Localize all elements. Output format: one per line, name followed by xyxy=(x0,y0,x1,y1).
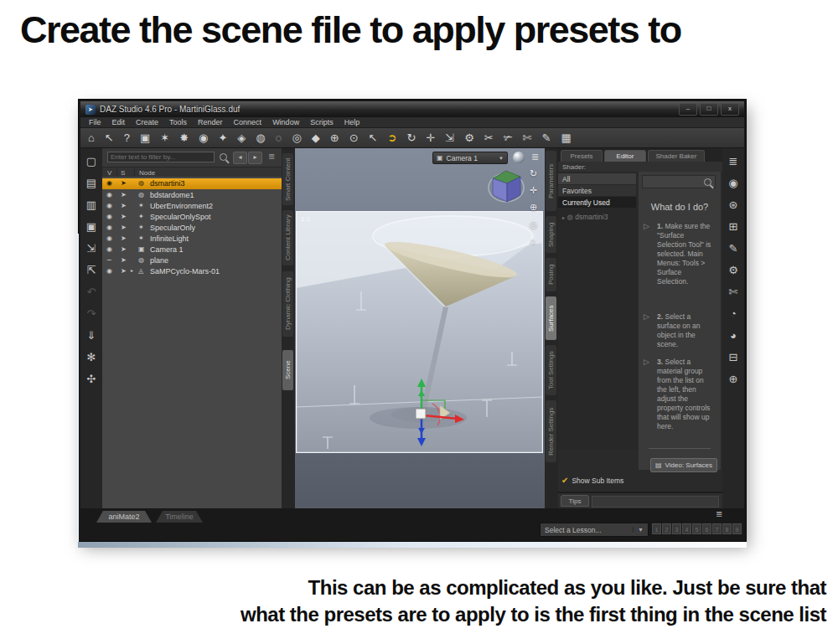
lesson-number-button[interactable]: 1 xyxy=(652,523,661,534)
toolbar-icon[interactable]: ◉ xyxy=(199,131,208,144)
eye-icon[interactable]: ∼ xyxy=(106,256,112,264)
viewport-pane-menu-icon[interactable]: ≣ xyxy=(531,152,539,162)
tab-tool-settings[interactable]: Tool Settings xyxy=(545,344,557,396)
tab-tips[interactable]: Tips xyxy=(561,495,589,507)
list-item-favorites[interactable]: Favorites xyxy=(558,185,636,196)
toolbar-icon[interactable]: ✎ xyxy=(542,131,551,144)
right-strip-icon[interactable]: ⊕ xyxy=(729,373,738,385)
menu-item[interactable]: Edit xyxy=(112,118,126,126)
left-strip-icon[interactable]: ▣ xyxy=(86,220,96,233)
viewport-nav-icon[interactable]: ⌂ xyxy=(530,235,538,245)
toolbar-icon[interactable]: ↖ xyxy=(105,131,114,144)
list-item-all[interactable]: All xyxy=(558,173,636,184)
lesson-number-button[interactable]: 5 xyxy=(692,523,701,534)
viewport-nav-icon[interactable]: ◎ xyxy=(530,219,538,229)
viewport-nav-icon[interactable]: ✛ xyxy=(530,185,538,196)
drawstyle-sphere-icon[interactable] xyxy=(513,152,525,163)
lesson-number-button[interactable]: 9 xyxy=(732,523,742,534)
property-search[interactable] xyxy=(642,175,716,188)
table-row[interactable]: ◉➤✶SpecularOnly xyxy=(102,223,282,234)
eye-icon[interactable]: ◉ xyxy=(106,179,112,187)
tab-smart-content[interactable]: Smart Content xyxy=(282,152,294,206)
left-strip-icon[interactable]: ↶ xyxy=(87,286,96,298)
list-item-currently-used[interactable]: Currently Used xyxy=(558,197,636,208)
chevron-down-icon[interactable]: ▼ xyxy=(499,156,504,161)
table-row[interactable]: ◉➤▸◬SaMPCyclo-Mars-01 xyxy=(102,266,282,277)
tab-dynamic-clothing[interactable]: Dynamic Clothing xyxy=(282,270,294,337)
menu-item[interactable]: Connect xyxy=(234,118,262,126)
lesson-number-button[interactable]: 8 xyxy=(722,523,732,534)
menu-item[interactable]: Tools xyxy=(169,118,187,126)
tab-animate2[interactable]: aniMate2 xyxy=(96,511,152,523)
menu-item[interactable]: Scripts xyxy=(310,118,334,126)
maximize-button[interactable]: □ xyxy=(700,103,718,116)
viewport-nav-icon[interactable]: ↻ xyxy=(530,168,538,179)
toolbar-icon[interactable]: ◆ xyxy=(312,131,320,144)
lesson-menu-icon[interactable]: ≣ xyxy=(716,509,722,518)
table-row[interactable]: ◉➤✦SpecularOnlySpot xyxy=(102,212,282,223)
tab-scene[interactable]: Scene xyxy=(282,349,294,391)
left-strip-icon[interactable]: ▥ xyxy=(86,198,96,211)
left-strip-icon[interactable]: ▢ xyxy=(86,155,96,167)
right-strip-icon[interactable]: ✎ xyxy=(729,242,738,255)
tree-item-dsmartini3[interactable]: ▸ ◍ dsmartini3 xyxy=(558,211,636,222)
eye-icon[interactable]: ◉ xyxy=(106,191,112,198)
tab-editor[interactable]: Editor xyxy=(604,150,646,162)
toolbar-icon[interactable]: ⌂ xyxy=(88,131,95,144)
eye-icon[interactable]: ◉ xyxy=(106,202,112,209)
menu-item[interactable]: Window xyxy=(272,118,299,126)
tab-render-settings[interactable]: Render Settings xyxy=(545,399,557,463)
tab-posing[interactable]: Posing xyxy=(545,257,557,292)
tab-shader-baker[interactable]: Shader Baker xyxy=(648,150,705,162)
cursor-icon[interactable]: ➤ xyxy=(121,202,127,209)
table-row[interactable]: ∼➤◍plane xyxy=(102,255,282,266)
left-strip-icon[interactable]: ⇱ xyxy=(87,264,96,276)
close-button[interactable]: x xyxy=(721,103,739,116)
filter-forward-button[interactable]: ▸ xyxy=(248,152,262,164)
right-strip-icon[interactable]: ◔ xyxy=(730,307,737,320)
right-strip-icon[interactable]: ⊟ xyxy=(729,351,738,363)
table-row[interactable]: ◉➤◍bdstardome1 xyxy=(102,190,282,201)
right-strip-icon[interactable]: ⚙ xyxy=(728,264,738,276)
expander-icon[interactable]: ▸ xyxy=(562,215,565,220)
lesson-number-button[interactable]: 7 xyxy=(712,523,722,534)
cursor-icon[interactable]: ➤ xyxy=(121,245,127,253)
cursor-icon[interactable]: ➤ xyxy=(121,256,127,264)
toolbar-icon[interactable]: ? xyxy=(124,131,130,144)
show-sub-items-checkbox[interactable]: ✔ Show Sub Items xyxy=(561,476,623,485)
menu-item[interactable]: Render xyxy=(198,118,223,126)
left-strip-icon[interactable]: ↷ xyxy=(87,307,96,320)
toolbar-icon[interactable]: ✶ xyxy=(160,131,169,144)
chevron-down-icon[interactable]: ▼ xyxy=(633,527,644,533)
eye-icon[interactable]: ◉ xyxy=(106,234,112,242)
table-row[interactable]: ◉➤▣Camera 1 xyxy=(102,245,282,255)
right-strip-icon[interactable]: ⊞ xyxy=(729,220,738,233)
tab-content-library[interactable]: Content Library xyxy=(282,209,294,266)
toolbar-icon[interactable]: ↻ xyxy=(406,131,416,144)
filter-back-button[interactable]: ◂ xyxy=(233,152,247,164)
toolbar-icon[interactable]: ◍ xyxy=(256,131,265,144)
left-strip-icon[interactable]: ✣ xyxy=(87,373,96,385)
toolbar-icon[interactable]: ▦ xyxy=(561,131,571,144)
toolbar-icon[interactable]: ◎ xyxy=(292,131,301,144)
tab-timeline[interactable]: Timeline xyxy=(156,511,203,523)
left-strip-icon[interactable]: ✻ xyxy=(87,351,96,363)
toolbar-icon[interactable]: ✛ xyxy=(426,131,435,144)
video-surfaces-button[interactable]: ▤ Video: Surfaces xyxy=(650,458,717,472)
right-strip-icon[interactable]: ≣ xyxy=(729,155,738,167)
toolbar-icon[interactable]: ✃ xyxy=(504,131,513,144)
tab-presets[interactable]: Presets xyxy=(561,150,603,162)
toolbar-icon[interactable]: ◈ xyxy=(237,131,246,144)
scene-filter-input[interactable] xyxy=(107,152,215,162)
right-strip-icon[interactable]: ✄ xyxy=(729,286,738,298)
toolbar-icon[interactable]: ✂ xyxy=(484,131,494,144)
viewport-nav-icon[interactable]: ⊕ xyxy=(530,202,538,213)
window-titlebar[interactable]: ➤ DAZ Studio 4.6 Pro - MartiniGlass.duf … xyxy=(80,101,744,117)
cursor-icon[interactable]: ➤ xyxy=(121,224,127,231)
toolbar-icon[interactable]: ⊕ xyxy=(330,131,339,144)
tab-parameters[interactable]: Parameters xyxy=(545,150,557,212)
toolbar-icon[interactable]: ⇲ xyxy=(445,131,454,144)
lesson-number-button[interactable]: 4 xyxy=(682,523,691,534)
cursor-icon[interactable]: ➤ xyxy=(121,191,127,198)
table-row[interactable]: ◉➤✶InfiniteLight xyxy=(102,234,282,245)
